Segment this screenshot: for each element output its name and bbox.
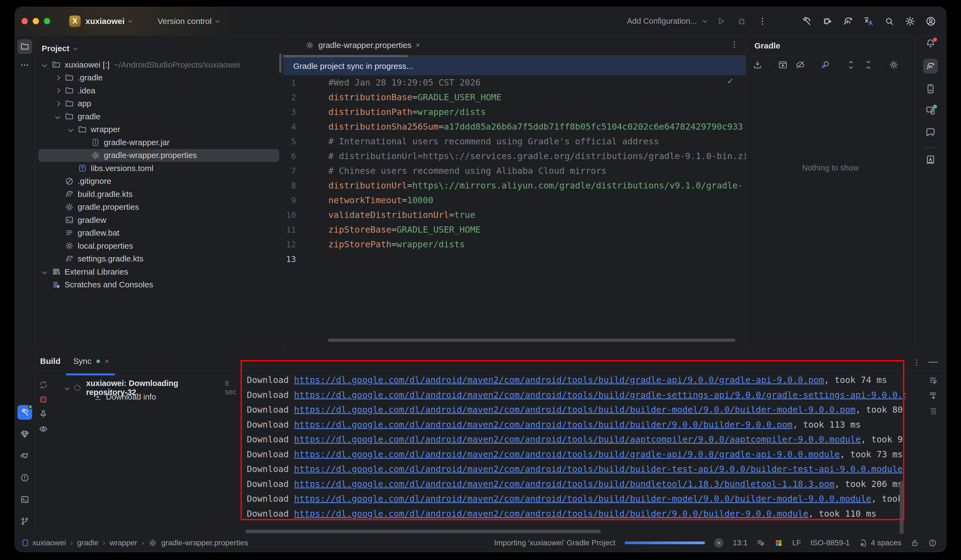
tree-item-file[interactable]: gradlew: [35, 213, 283, 226]
tree-item-file[interactable]: local.properties: [35, 239, 283, 252]
gemini-assistant-button[interactable]: [925, 127, 936, 139]
sync-child-node[interactable]: Download info: [93, 393, 156, 401]
close-tab-icon[interactable]: ×: [105, 357, 109, 366]
build-project-button[interactable]: [801, 16, 812, 27]
gradle-sync-button[interactable]: [842, 16, 853, 27]
highlighting-level-icon[interactable]: [757, 539, 765, 547]
clear-all-icon[interactable]: [929, 406, 939, 416]
sync-tab[interactable]: Sync×: [73, 356, 109, 366]
console-hscrollbar[interactable]: [246, 530, 601, 533]
restart-sync-icon[interactable]: [39, 380, 48, 390]
tree-item-folder[interactable]: wrapper: [35, 123, 283, 136]
run-configuration-select[interactable]: Add Configuration...: [627, 17, 697, 26]
build-console[interactable]: Download https://dl.google.com/dl/androi…: [241, 370, 906, 530]
terminal-tool-button[interactable]: [18, 492, 32, 507]
tree-item-scratches[interactable]: Scratches and Consoles: [35, 278, 283, 292]
encoding-widget[interactable]: ISO-8859-1: [810, 539, 850, 547]
debug-button[interactable]: [736, 16, 747, 27]
build-tool-button[interactable]: [18, 405, 32, 420]
close-window-button[interactable]: [21, 18, 28, 24]
tree-item-folder[interactable]: .idea: [35, 84, 283, 97]
search-everywhere-button[interactable]: [884, 16, 895, 27]
account-avatar-button[interactable]: [925, 16, 936, 27]
logcat-tool-button[interactable]: [18, 449, 32, 463]
version-control-tool-button[interactable]: [18, 514, 32, 529]
tree-item-folder[interactable]: app: [35, 97, 283, 110]
tree-item-file[interactable]: settings.gradle.kts: [35, 252, 283, 266]
project-tool-button[interactable]: [18, 39, 32, 54]
translate-button[interactable]: [863, 16, 874, 27]
download-link[interactable]: https://dl.google.com/dl/android/maven2/…: [294, 464, 903, 474]
problems-tool-button[interactable]: [18, 470, 32, 485]
tree-item-file-selected[interactable]: gradle-wrapper.properties: [39, 149, 279, 162]
wordbook-button[interactable]: [925, 154, 936, 166]
expand-all-icon[interactable]: [846, 60, 856, 70]
app-quality-insights-button[interactable]: [18, 427, 32, 441]
gradle-run-task-icon[interactable]: [778, 60, 788, 70]
editor-tab[interactable]: gradle-wrapper.properties ×: [299, 35, 427, 55]
tree-item-file[interactable]: gradle-wrapper.jar: [35, 136, 283, 149]
soft-wrap-icon[interactable]: [929, 375, 939, 385]
hide-panel-icon[interactable]: —: [929, 356, 938, 367]
error-widget-icon[interactable]: [928, 539, 937, 547]
run-button[interactable]: [715, 16, 726, 27]
indent-widget[interactable]: 4 spaces: [859, 539, 902, 547]
minimize-window-button[interactable]: [33, 18, 39, 24]
collapse-all-icon[interactable]: [863, 60, 873, 70]
editor-area[interactable]: gradle-wrapper.properties × Gradle proje…: [283, 35, 746, 350]
download-link[interactable]: https://dl.google.com/dl/android/maven2/…: [294, 434, 861, 444]
tree-item-file[interactable]: gradlew.bat: [35, 226, 283, 240]
download-link[interactable]: https://dl.google.com/dl/android/maven2/…: [294, 479, 834, 489]
tree-item-file[interactable]: gradle.properties: [35, 201, 283, 214]
file-lock-icon[interactable]: [911, 539, 919, 547]
project-scrollbar[interactable]: [279, 53, 282, 73]
more-actions-kebab-icon[interactable]: [757, 16, 768, 27]
breadcrumb-item[interactable]: wrapper: [109, 539, 137, 547]
gradle-settings-icon[interactable]: [889, 60, 898, 70]
editor-hscrollbar[interactable]: [283, 338, 746, 342]
tree-item-file[interactable]: .gitignore: [35, 175, 283, 188]
settings-button[interactable]: [905, 16, 916, 27]
download-link[interactable]: https://dl.google.com/dl/android/maven2/…: [294, 449, 840, 459]
device-manager-button[interactable]: [925, 83, 936, 95]
project-menu[interactable]: xuxiaowei: [85, 17, 124, 26]
editor-options-kebab-icon[interactable]: [730, 40, 739, 50]
download-link[interactable]: https://dl.google.com/dl/android/maven2/…: [294, 509, 808, 519]
zoom-window-button[interactable]: [44, 18, 50, 24]
microsoft-defender-icon[interactable]: [775, 539, 783, 547]
tree-item-folder[interactable]: .gradle: [35, 71, 283, 84]
close-tab-icon[interactable]: ×: [416, 41, 420, 50]
project-panel-title[interactable]: Project: [42, 44, 69, 53]
pin-tab-icon[interactable]: [39, 409, 48, 419]
tree-item-folder[interactable]: gradle: [35, 110, 283, 123]
download-link[interactable]: https://dl.google.com/dl/android/maven2/…: [294, 494, 871, 504]
profiler-button[interactable]: [822, 16, 833, 27]
tree-item-file[interactable]: libs.versions.toml: [35, 162, 283, 175]
running-devices-button[interactable]: [925, 105, 936, 117]
gradle-download-sources-icon[interactable]: [753, 60, 762, 70]
cancel-progress-button[interactable]: ×: [714, 538, 723, 547]
gradle-tool-button[interactable]: [923, 59, 938, 74]
more-tool-windows-button[interactable]: [18, 61, 32, 69]
breadcrumb-item[interactable]: gradle: [77, 539, 98, 547]
breadcrumb-item[interactable]: xuxiaowei: [32, 539, 66, 547]
notifications-button[interactable]: [925, 38, 936, 50]
view-options-eye-icon[interactable]: [39, 424, 48, 434]
build-options-kebab-icon[interactable]: [912, 358, 921, 368]
scroll-to-end-icon[interactable]: [929, 391, 939, 401]
gradle-offline-toggle-icon[interactable]: [795, 60, 805, 70]
stop-sync-icon[interactable]: [39, 395, 48, 404]
download-link[interactable]: https://dl.google.com/dl/android/maven2/…: [294, 375, 824, 385]
progress-label[interactable]: Importing 'xuxiaowei' Gradle Project: [494, 539, 615, 547]
caret-position-widget[interactable]: 13:1: [733, 539, 748, 547]
line-ending-widget[interactable]: LF: [792, 539, 801, 547]
download-link[interactable]: https://dl.google.com/dl/android/maven2/…: [294, 390, 906, 400]
gradle-search-tasks-icon[interactable]: [821, 60, 831, 70]
tree-item-file[interactable]: build.gradle.kts: [35, 188, 283, 201]
console-vscrollbar[interactable]: [900, 481, 903, 541]
download-link[interactable]: https://dl.google.com/dl/android/maven2/…: [294, 419, 792, 430]
vcs-menu[interactable]: Version control: [157, 17, 211, 26]
tree-item-root[interactable]: xuxiaowei [:]~/AndroidStudioProjects/xux…: [35, 58, 283, 71]
download-link[interactable]: https://dl.google.com/dl/android/maven2/…: [294, 404, 855, 415]
inspection-ok-check-icon[interactable]: ✓: [727, 76, 734, 86]
